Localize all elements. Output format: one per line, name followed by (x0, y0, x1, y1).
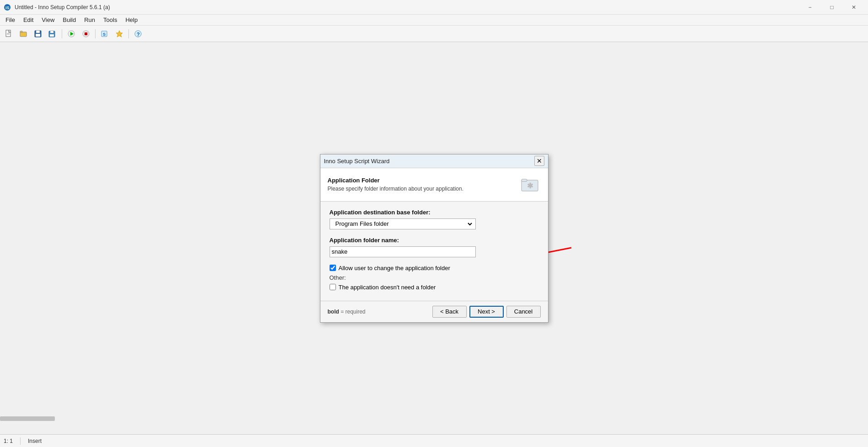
menu-edit[interactable]: Edit (20, 16, 37, 24)
compile-run-button[interactable] (64, 27, 78, 40)
svg-rect-6 (20, 31, 22, 32)
app-icon: IS (4, 4, 11, 11)
menu-file[interactable]: File (2, 16, 19, 24)
svg-rect-12 (50, 34, 54, 37)
svg-rect-25 (522, 179, 527, 181)
destination-group: Application destination base folder: Pro… (330, 209, 539, 229)
svg-rect-8 (36, 31, 40, 33)
bold-text: bold (328, 309, 339, 315)
folder-name-group: Application folder name: (330, 237, 539, 257)
horizontal-scrollbar[interactable] (0, 416, 868, 421)
dialog-header-text: Application Folder Please specify folder… (328, 177, 519, 192)
title-bar-left: IS Untitled - Inno Setup Compiler 5.6.1 … (4, 4, 110, 11)
new-file-icon (5, 30, 13, 38)
folder-name-input[interactable] (330, 246, 476, 257)
dialog-header-icon: ✱ (519, 174, 541, 196)
menu-help[interactable]: Help (122, 16, 141, 24)
next-button[interactable]: Next > (469, 306, 504, 318)
svg-rect-11 (50, 31, 53, 33)
wizard-dialog: Inno Setup Script Wizard ✕ Application F… (320, 154, 548, 323)
allow-change-label: Allow user to change the application fol… (339, 265, 450, 271)
destination-label: Application destination base folder: (330, 209, 539, 216)
wizard-button[interactable] (112, 27, 126, 40)
editor-mode: Insert (28, 438, 42, 444)
title-bar: IS Untitled - Inno Setup Compiler 5.6.1 … (0, 0, 868, 15)
dialog-close-button[interactable]: ✕ (534, 156, 544, 166)
dialog-header-title: Application Folder (328, 177, 519, 184)
save-button[interactable] (31, 27, 45, 40)
dialog-title-bar: Inno Setup Script Wizard ✕ (320, 154, 548, 168)
stop-icon (82, 30, 90, 38)
toolbar-separator-2 (95, 29, 96, 38)
dialog-body: Application destination base folder: Pro… (320, 202, 548, 301)
main-area: Inno Setup Script Wizard ✕ Application F… (0, 42, 868, 434)
folder-asterisk-icon: ✱ (521, 176, 539, 194)
svg-rect-9 (36, 34, 40, 37)
svg-text:IS: IS (5, 5, 10, 10)
dialog-header: Application Folder Please specify folder… (320, 168, 548, 202)
compile-button[interactable]: S (98, 27, 112, 40)
new-file-button[interactable] (2, 27, 16, 40)
window-title: Untitled - Inno Setup Compiler 5.6.1 (a) (15, 4, 110, 11)
dialog-overlay: Inno Setup Script Wizard ✕ Application F… (0, 42, 868, 434)
svg-rect-16 (85, 32, 87, 35)
wizard-icon (115, 30, 123, 38)
status-bar: 1: 1 Insert (0, 434, 868, 447)
compile-run-icon (67, 30, 75, 38)
minimize-button[interactable]: − (799, 0, 820, 15)
menu-bar: File Edit View Build Run Tools Help (0, 15, 868, 26)
footer-hint: bold = required (328, 309, 366, 315)
toolbar-separator-3 (128, 29, 129, 38)
dialog-footer: bold = required < Back Next > Cancel (320, 301, 548, 322)
window-close-button[interactable]: ✕ (843, 0, 864, 15)
help-button[interactable]: ? (131, 27, 145, 40)
save-icon (34, 30, 42, 38)
svg-text:S: S (103, 32, 106, 37)
no-folder-row: The application doesn't need a folder (330, 284, 539, 291)
required-text: = required (341, 309, 365, 315)
dialog-header-subtitle: Please specify folder information about … (328, 186, 519, 192)
save-all-icon (48, 30, 57, 38)
no-folder-label: The application doesn't need a folder (339, 284, 436, 291)
allow-change-row: Allow user to change the application fol… (330, 265, 539, 271)
title-bar-controls: − □ ✕ (799, 0, 864, 15)
menu-tools[interactable]: Tools (100, 16, 121, 24)
cursor-position: 1: 1 (4, 438, 13, 444)
status-separator (20, 437, 21, 445)
dialog-title: Inno Setup Script Wizard (324, 158, 390, 165)
toolbar-separator-1 (62, 29, 62, 38)
back-button[interactable]: < Back (432, 306, 467, 318)
allow-change-checkbox[interactable] (330, 265, 336, 271)
help-icon: ? (134, 30, 142, 38)
svg-marker-19 (116, 31, 122, 37)
menu-build[interactable]: Build (59, 16, 80, 24)
scroll-thumb[interactable] (0, 416, 55, 421)
save-all-button[interactable] (46, 27, 59, 40)
compile-icon: S (101, 30, 109, 38)
destination-select[interactable]: Program Files folder Program Files (x86)… (332, 219, 474, 229)
menu-run[interactable]: Run (80, 16, 99, 24)
maximize-button[interactable]: □ (821, 0, 842, 15)
folder-name-label: Application folder name: (330, 237, 539, 244)
svg-text:?: ? (137, 32, 140, 37)
no-folder-checkbox[interactable] (330, 284, 336, 290)
toolbar: S ? (0, 26, 868, 42)
other-label: Other: (330, 274, 539, 281)
cancel-button[interactable]: Cancel (506, 306, 541, 318)
stop-button[interactable] (79, 27, 93, 40)
svg-text:✱: ✱ (527, 182, 533, 190)
menu-view[interactable]: View (38, 16, 58, 24)
open-icon (19, 30, 27, 38)
footer-buttons: < Back Next > Cancel (432, 306, 541, 318)
destination-select-wrapper[interactable]: Program Files folder Program Files (x86)… (330, 218, 476, 229)
open-button[interactable] (16, 27, 30, 40)
